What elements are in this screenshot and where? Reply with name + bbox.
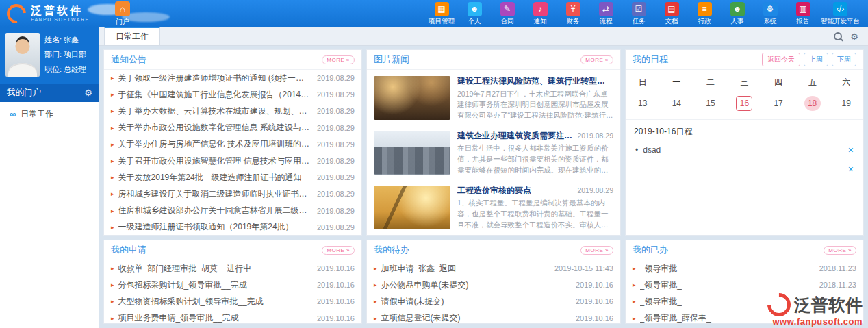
prev-week-button[interactable]: 上周 <box>804 53 828 66</box>
sidebar: 姓名: 张鑫 部门: 项目部 职位: 总经理 我的门户 ⚙ ∞ 日常工作 <box>0 27 99 328</box>
more-button[interactable]: MORE » <box>322 55 355 64</box>
notice-date: 2019.08.29 <box>317 173 355 181</box>
gear-icon[interactable]: ⚙ <box>84 88 92 98</box>
top-nav: ▦ 项目管理 ☻ 个人 ✎ 合同 ♪ 通知 <box>426 2 868 26</box>
news-item[interactable]: 工程造价审核的要点 2019.08.29 1、核实工程量。工程量是编制决算最基本… <box>374 181 613 235</box>
nav-item-icon: ¥ <box>566 2 580 16</box>
more-button[interactable]: MORE » <box>580 55 613 64</box>
top-nav-item[interactable]: ▦ 项目管理 <box>426 2 457 26</box>
top-nav-item[interactable]: ☑ 任务 <box>624 2 654 26</box>
bullet-arrow-icon: ▸ <box>111 315 114 322</box>
todo-row[interactable]: ▸ 加班申请_张鑫_退回 2019-10-15 11:43 <box>374 260 613 277</box>
calendar-date-row: 13 14 15 16 17 <box>626 92 863 115</box>
nav-item-label: 文档 <box>665 17 678 26</box>
delete-event-icon[interactable]: × <box>848 164 854 174</box>
calendar-date-cell[interactable]: 17 <box>761 92 795 115</box>
sidebar-item-daily-work[interactable]: ∞ 日常工作 <box>0 102 99 126</box>
next-week-button[interactable]: 下周 <box>832 53 856 66</box>
news-item[interactable]: 建设工程法律风险防范、建筑行业转型升级之路沙龙活动 2019年7月27日下午，土… <box>374 71 613 126</box>
top-nav-item[interactable]: ☻ 人事 <box>722 2 752 26</box>
event-text: dsad <box>643 145 848 155</box>
notice-row[interactable]: ▸ 关于领取一级注册建造师增项证书的通知 (须持一建证书前来领取) 2019.0… <box>111 70 355 86</box>
done-row[interactable]: ▸ _领导审批_ 2018.11.23 <box>633 260 856 277</box>
news-headline-row: 建设工程法律风险防范、建筑行业转型升级之路沙龙活动 <box>457 76 613 87</box>
news-headline[interactable]: 工程造价审核的要点 <box>457 186 531 197</box>
top-nav-item[interactable]: ≡ 行政 <box>689 2 719 26</box>
back-to-today-button[interactable]: 返回今天 <box>762 53 800 66</box>
tab-daily-work[interactable]: 日常工作 <box>104 27 160 45</box>
panel-notices: 通知公告 MORE » ▸ 关于领取一级注册建造师增项证书的通知 (须持一建证书… <box>103 49 362 236</box>
done-row[interactable]: ▸ _领导审批_薛保丰_ <box>633 310 856 323</box>
settings-icon[interactable]: ⚙ <box>850 31 858 42</box>
delete-event-icon[interactable]: × <box>848 145 854 155</box>
done-row[interactable]: ▸ _领导审批_ <box>633 293 856 310</box>
news-item[interactable]: 建筑企业办理建筑资质需要注意哪些细节 2019.08.29 在日常生活中，很多人… <box>374 126 613 181</box>
nav-item-icon: ✎ <box>500 2 515 16</box>
notice-row[interactable]: ▸ 关于举办住房与房地产信息化 技术及应用培训班的通知 2019.08.29 <box>111 136 355 153</box>
todo-row[interactable]: ▸ 立项信息登记(未提交) 2019.10.16 <box>374 310 613 323</box>
notice-row[interactable]: ▸ 关于发放2019年第24批一级建造师注册证书的通知 2019.08.29 <box>111 169 355 186</box>
notice-row[interactable]: ▸ 于征集《中国建筑施工行业信息化发展报告（2014）—BIM应用与发... 2… <box>111 86 355 103</box>
top-nav-item[interactable]: ▥ 报告 <box>788 2 818 26</box>
notice-row[interactable]: ▸ 一级建造师注册证书领取通知（2019年第24批） 2019.08.29 <box>111 219 355 235</box>
top-nav-item[interactable]: ▤ 文档 <box>656 2 687 26</box>
bullet-arrow-icon: ▸ <box>374 281 377 288</box>
news-headline[interactable]: 建设工程法律风险防范、建筑行业转型升级之路沙龙活动 <box>457 76 609 87</box>
top-nav-item[interactable]: ☻ 个人 <box>459 2 489 26</box>
nav-item-icon: ♪ <box>533 2 548 16</box>
nav-item-icon: ▦ <box>435 2 449 16</box>
calendar-date-cell[interactable]: 18 <box>795 92 830 115</box>
calendar-date-cell[interactable]: 14 <box>660 92 694 115</box>
todo-row[interactable]: ▸ 请假申请(未提交) 2019.10.16 <box>374 293 613 310</box>
nav-item-label: 合同 <box>501 17 514 26</box>
search-icon[interactable] <box>834 32 842 40</box>
done-date: 2018.11.23 <box>819 264 856 273</box>
notice-row[interactable]: ▸ 房和城乡建设厅关于取消二级建造师临时执业证书的公告 2019.08.29 <box>111 186 355 202</box>
application-text: 收款单_部门经理审批_胡莫__进行中 <box>118 263 311 275</box>
notice-row[interactable]: ▸ 住房和城乡建设部办公厅关于同意吉林省开展二级建造师注册证书电... 2019… <box>111 203 355 219</box>
calendar-date-cell[interactable]: 19 <box>829 92 863 115</box>
more-button[interactable]: MORE » <box>580 246 613 255</box>
bullet-arrow-icon: ▸ <box>633 298 636 305</box>
application-row[interactable]: ▸ 项目业务费申请_领导审批__完成 2019.10.16 <box>111 310 355 323</box>
user-info: 姓名: 张鑫 部门: 项目部 职位: 总经理 <box>44 33 86 77</box>
more-button[interactable]: MORE » <box>322 246 355 255</box>
todo-row[interactable]: ▸ 办公物品申购单(未提交) 2019.10.16 <box>374 277 613 293</box>
bullet-arrow-icon: ▸ <box>374 315 377 322</box>
notice-text: 一级建造师注册证书领取通知（2019年第24批） <box>118 221 311 233</box>
schedule-event-row[interactable]: × <box>626 160 863 179</box>
notice-text: 房和城乡建设厅关于取消二级建造师临时执业证书的公告 <box>118 188 311 200</box>
notice-date: 2019.08.29 <box>317 157 355 165</box>
sidebar-menu: ∞ 日常工作 <box>0 102 99 328</box>
news-headline[interactable]: 建筑企业办理建筑资质需要注意哪些细节 <box>457 131 573 142</box>
notice-row[interactable]: ▸ 关于召开市政公用设施智慧化管理 信息技术与应用培训班的通知 2019.08.… <box>111 153 355 169</box>
more-button[interactable]: MORE » <box>824 246 856 255</box>
top-nav-item[interactable]: ¥ 财务 <box>558 2 588 26</box>
notices-list: ▸ 关于领取一级注册建造师增项证书的通知 (须持一建证书前来领取) 2019.0… <box>104 70 361 235</box>
application-row[interactable]: ▸ 大型物资招标采购计划_领导审批__完成 2019.10.16 <box>111 293 355 310</box>
logo-text: 泛普软件 FANPU SOFTWARE <box>31 5 90 22</box>
application-row[interactable]: ▸ 收款单_部门经理审批_胡莫__进行中 2019.10.16 <box>111 260 355 277</box>
notice-date: 2019.08.29 <box>317 140 355 149</box>
application-row[interactable]: ▸ 分包招标采购计划_领导审批__完成 2019.10.16 <box>111 277 355 293</box>
notice-row[interactable]: ▸ 关于举办大数据、云计算技术在城市建设、规划、管理与服务中的... 2019.… <box>111 103 355 119</box>
application-text: 项目业务费申请_领导审批__完成 <box>118 312 311 323</box>
top-nav-item[interactable]: ⚙ 系统 <box>755 2 785 26</box>
schedule-event-row[interactable]: • dsad × <box>626 140 863 160</box>
nav-item-portal[interactable]: ⌂ 门户 <box>115 1 130 27</box>
calendar-date-number: 14 <box>668 96 685 111</box>
panel-title: 我的日程 <box>633 53 668 66</box>
top-nav-item[interactable]: ♪ 通知 <box>525 2 555 26</box>
top-nav-item[interactable]: ⇄ 流程 <box>591 2 621 26</box>
calendar-date-number: 18 <box>804 96 821 111</box>
done-row[interactable]: ▸ _领导审批_ 2018.11.23 <box>633 277 856 293</box>
notice-row[interactable]: ▸ 关于举办市政公用设施数字化管理信息 系统建设与应用培训班的通知 2019.0… <box>111 120 355 136</box>
sidebar-section-my-portal[interactable]: 我的门户 ⚙ <box>0 84 99 102</box>
calendar-date-number: 16 <box>736 96 752 111</box>
calendar-date-cell[interactable]: 16 <box>728 92 762 115</box>
top-nav-item[interactable]: ✎ 合同 <box>492 2 522 26</box>
top-nav-item[interactable]: ‹/› 智能开发平台 <box>821 2 860 26</box>
calendar-date-cell[interactable]: 15 <box>693 92 728 115</box>
notice-text: 关于召开市政公用设施智慧化管理 信息技术与应用培训班的通知 <box>118 155 311 167</box>
calendar-date-cell[interactable]: 13 <box>626 92 660 115</box>
